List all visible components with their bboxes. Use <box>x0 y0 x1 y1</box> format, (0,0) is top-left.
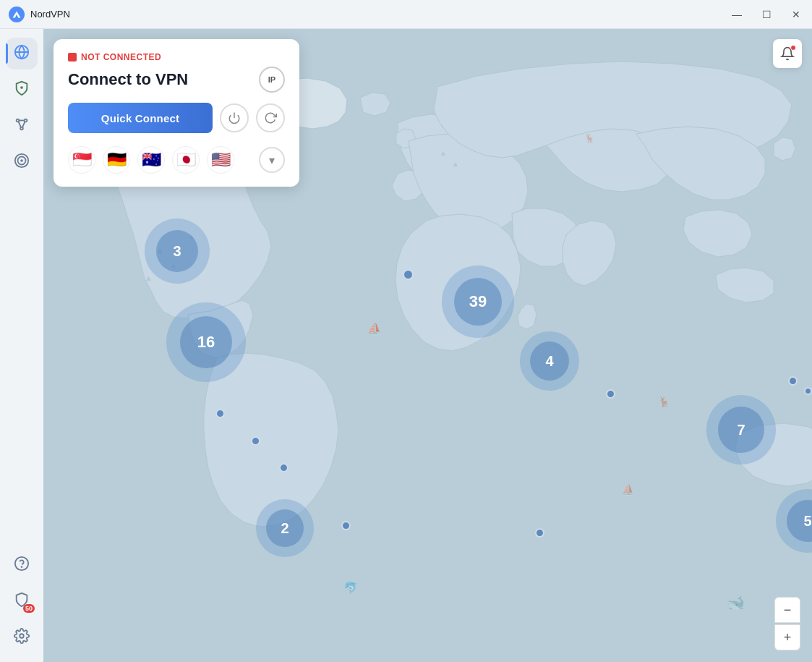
cluster-count: 7 <box>737 422 745 438</box>
shield-icon <box>14 80 30 99</box>
map-dot-6[interactable] <box>606 389 615 399</box>
svg-text:▲: ▲ <box>440 149 447 157</box>
svg-text:⛵: ⛵ <box>622 484 635 496</box>
svg-text:▲: ▲ <box>452 160 459 168</box>
zoom-in-button[interactable]: + <box>774 624 800 650</box>
quick-connect-row: Quick Connect <box>68 103 285 133</box>
globe-icon <box>14 44 30 63</box>
not-connected-text: NOT CONNECTED <box>81 52 161 62</box>
gear-icon <box>14 628 30 647</box>
cluster-south-america[interactable]: 2 <box>256 499 314 557</box>
map-dot-1[interactable] <box>215 409 225 418</box>
security-badge: 50 <box>23 604 35 613</box>
cluster-count: 16 <box>197 333 215 352</box>
svg-point-2 <box>20 86 23 89</box>
svg-line-7 <box>18 122 21 127</box>
vpn-panel: NOT CONNECTED Connect to VPN IP Quick Co… <box>54 39 299 187</box>
flag-usa[interactable]: 🇺🇸 <box>207 146 234 174</box>
flag-singapore[interactable]: 🇸🇬 <box>68 146 95 174</box>
cluster-count: 3 <box>173 243 181 260</box>
help-icon <box>14 556 30 574</box>
minimize-button[interactable]: — <box>729 7 745 22</box>
map-dot-3[interactable] <box>279 463 289 472</box>
ip-badge-button[interactable]: IP <box>259 67 285 93</box>
map-dot-5[interactable] <box>403 269 414 280</box>
cluster-europe[interactable]: 39 <box>442 266 514 338</box>
zoom-controls: − + <box>774 597 800 650</box>
svg-point-13 <box>22 566 22 567</box>
map-dot-7[interactable] <box>535 528 544 538</box>
sidebar-item-shield[interactable] <box>6 74 38 106</box>
target-icon <box>14 153 30 171</box>
app-title: NordVPN <box>30 9 729 20</box>
svg-point-11 <box>20 159 23 162</box>
cluster-count: 4 <box>545 353 553 370</box>
power-icon <box>228 111 241 124</box>
quick-connect-button[interactable]: Quick Connect <box>68 103 213 133</box>
sidebar-item-split-tunneling[interactable] <box>6 146 38 178</box>
sidebar: 50 <box>0 29 43 662</box>
maximize-button[interactable]: ☐ <box>759 7 774 22</box>
svg-text:▲: ▲ <box>145 273 153 282</box>
app-body: 50 <box>0 29 812 662</box>
flag-japan[interactable]: 🇯🇵 <box>172 146 200 174</box>
flag-australia[interactable]: 🇦🇺 <box>137 146 165 174</box>
refresh-icon <box>264 111 277 124</box>
svg-text:🐋: 🐋 <box>727 594 745 611</box>
cluster-southeast-asia[interactable]: 7 <box>706 395 776 464</box>
sidebar-item-settings[interactable] <box>6 621 38 653</box>
svg-line-8 <box>22 122 25 127</box>
chevron-down-icon: ▾ <box>269 153 275 167</box>
map-dot-4[interactable] <box>341 521 351 530</box>
window-controls: — ☐ ✕ <box>729 7 803 22</box>
cluster-count: 39 <box>469 292 487 311</box>
sidebar-item-help[interactable] <box>6 549 38 581</box>
svg-text:🐬: 🐬 <box>343 581 358 595</box>
notification-dot <box>790 45 796 51</box>
flag-germany[interactable]: 🇩🇪 <box>103 146 130 174</box>
sidebar-item-map[interactable] <box>6 38 38 69</box>
sidebar-item-security[interactable]: 50 <box>6 585 38 617</box>
connect-to-vpn-title: Connect to VPN <box>68 70 188 89</box>
cluster-north-america-central[interactable]: 16 <box>166 302 246 382</box>
titlebar: NordVPN — ☐ ✕ <box>0 0 812 29</box>
sidebar-item-meshnet[interactable] <box>6 110 38 142</box>
zoom-out-button[interactable]: − <box>774 597 800 623</box>
countries-row: 🇸🇬 🇩🇪 🇦🇺 🇯🇵 🇺🇸 ▾ <box>68 146 285 174</box>
cluster-middle-east[interactable]: 4 <box>520 331 579 391</box>
mesh-icon <box>14 116 30 135</box>
nordvpn-logo <box>9 7 25 22</box>
svg-text:🦌: 🦌 <box>584 132 595 143</box>
svg-point-14 <box>20 634 24 638</box>
map-dot-9[interactable] <box>804 387 812 395</box>
cluster-count: 5 <box>803 513 811 530</box>
expand-countries-button[interactable]: ▾ <box>259 147 285 173</box>
power-button[interactable] <box>220 103 249 132</box>
notification-button[interactable] <box>773 39 802 68</box>
refresh-button[interactable] <box>256 103 285 132</box>
cluster-count: 2 <box>281 520 289 537</box>
close-button[interactable]: ✕ <box>789 7 803 22</box>
svg-text:⛵: ⛵ <box>367 322 382 336</box>
connect-title-row: Connect to VPN IP <box>68 67 285 93</box>
sidebar-bottom: 50 <box>6 549 38 653</box>
not-connected-label: NOT CONNECTED <box>68 52 285 62</box>
status-dot <box>68 53 77 61</box>
cluster-north-america-north[interactable]: 3 <box>145 218 210 284</box>
map-area: ▲ ▲ ▲ ▲ ▲ ▲ ⛵ ⛵ 🐋 🐬 🦌 🦌 <box>43 29 812 662</box>
svg-text:🦌: 🦌 <box>658 396 671 408</box>
map-dot-2[interactable] <box>251 436 260 446</box>
active-indicator <box>6 43 8 64</box>
map-dot-8[interactable] <box>788 376 798 386</box>
